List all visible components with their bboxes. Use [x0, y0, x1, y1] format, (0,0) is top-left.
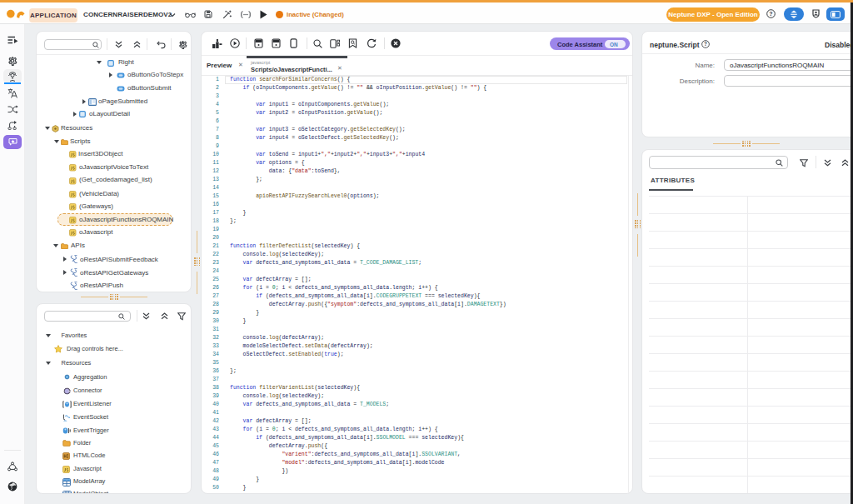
svg-text:?: ?: [704, 41, 707, 47]
svg-text:?: ?: [769, 11, 772, 17]
